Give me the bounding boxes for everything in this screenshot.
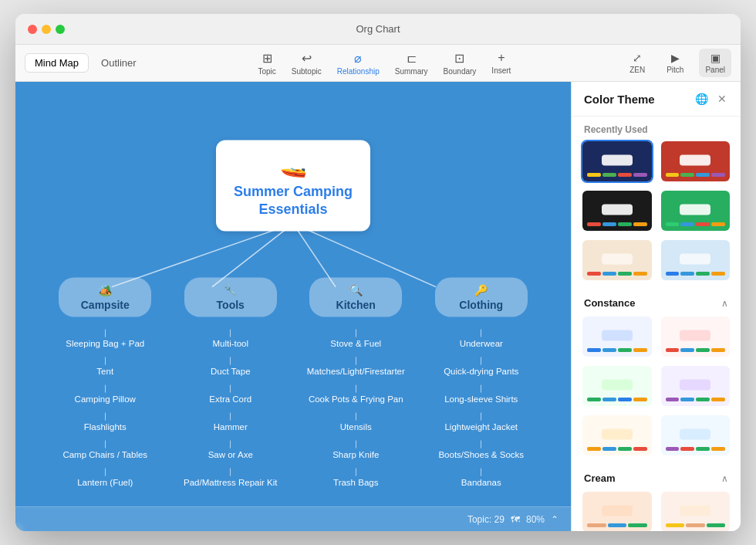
panel-icon: ▣: [710, 52, 721, 64]
app-window: Org Chart Mind Map Outliner ⊞ Topic ↩ Su…: [15, 14, 741, 531]
tab-outliner[interactable]: Outliner: [92, 53, 146, 73]
theme-navy[interactable]: [581, 140, 653, 183]
clothing-node[interactable]: 🔑 Clothing: [435, 277, 528, 317]
zoom-level: 80%: [526, 514, 545, 525]
list-item: Saw or Axe: [208, 440, 253, 459]
theme-blue-light[interactable]: [660, 239, 732, 282]
clothing-items: Underwear Quick-drying Pants Long-sleeve…: [438, 329, 524, 486]
subtopic-icon: ↩: [302, 51, 312, 66]
tab-mindmap[interactable]: Mind Map: [25, 53, 89, 73]
theme-preview: [582, 191, 652, 231]
list-item: Duct Tape: [211, 357, 251, 375]
map-icon: 🗺: [511, 514, 520, 525]
theme-preview: [661, 366, 731, 406]
list-item: Lightweight Jacket: [444, 412, 518, 431]
central-node[interactable]: 🚤 Summer Camping Essentials: [216, 140, 370, 232]
list-item: Sharp Knife: [332, 440, 379, 459]
theme-preview: [661, 240, 731, 280]
tool-boundary[interactable]: ⊡ Boundary: [444, 51, 477, 76]
cream-grid: [572, 490, 741, 531]
constance-section-header: Constance ∧: [572, 291, 741, 315]
theme-preview: [661, 492, 731, 531]
theme-cream[interactable]: [581, 239, 653, 282]
theme-preview: [582, 317, 652, 357]
close-panel-icon[interactable]: ✕: [716, 91, 728, 107]
theme-preview: [582, 492, 652, 531]
campsite-icon: 🏕️: [99, 283, 112, 296]
tool-relationship[interactable]: ⌀ Relationship: [337, 51, 380, 76]
pitch-icon: ▶: [671, 52, 680, 64]
theme-constance-5[interactable]: [581, 414, 653, 457]
theme-preview: [582, 415, 652, 455]
cream-chevron[interactable]: ∧: [721, 473, 728, 484]
main-area: 🚤 Summer Camping Essentials: [15, 82, 741, 531]
list-item: Cook Pots & Frying Pan: [309, 384, 403, 403]
tool-insert[interactable]: + Insert: [491, 51, 511, 76]
globe-icon[interactable]: 🌐: [694, 91, 710, 107]
campsite-items: Sleeping Bag + Pad Tent Camping Pillow F…: [62, 329, 147, 486]
tools-node[interactable]: 🔧 Tools: [184, 277, 277, 317]
theme-black[interactable]: [581, 189, 653, 232]
constance-chevron[interactable]: ∧: [721, 298, 728, 309]
panel-header-icons: 🌐 ✕: [694, 91, 728, 107]
mode-pitch[interactable]: ▶ Pitch: [660, 49, 690, 77]
theme-constance-6[interactable]: [660, 414, 732, 457]
theme-preview: [661, 415, 731, 455]
clothing-icon: 🔑: [474, 283, 488, 296]
theme-constance-1[interactable]: [581, 315, 653, 358]
list-item: Trash Bags: [333, 468, 378, 486]
branch-campsite: 🏕️ Campsite Sleeping Bag + Pad Tent Camp…: [51, 277, 159, 486]
list-item: Extra Cord: [209, 384, 251, 403]
toolbar-tools: ⊞ Topic ↩ Subtopic ⌀ Relationship ⊏ Summ…: [152, 51, 618, 76]
toolbar-modes: ⤢ ZEN ▶ Pitch ▣ Panel: [623, 49, 731, 77]
mode-zen[interactable]: ⤢ ZEN: [623, 49, 651, 77]
maximize-button[interactable]: [56, 25, 65, 34]
kitchen-node[interactable]: 🔍 Kitchen: [309, 277, 402, 317]
boundary-icon: ⊡: [454, 51, 464, 66]
theme-cream-2[interactable]: [660, 490, 732, 531]
theme-green[interactable]: [660, 189, 732, 232]
close-button[interactable]: [28, 25, 37, 34]
branch-tools: 🔧 Tools Multi-tool Duct Tape Extra Cord …: [177, 277, 285, 486]
tools-icon: 🔧: [224, 283, 237, 296]
theme-constance-3[interactable]: [581, 364, 653, 408]
tool-topic[interactable]: ⊞ Topic: [258, 51, 275, 76]
theme-constance-2[interactable]: [660, 315, 732, 358]
zoom-adjust-icon[interactable]: ⌃: [551, 514, 559, 525]
topic-icon: ⊞: [262, 51, 272, 66]
campsite-node[interactable]: 🏕️ Campsite: [59, 277, 151, 317]
tools-items: Multi-tool Duct Tape Extra Cord Hammer S…: [184, 329, 277, 486]
theme-preview: [582, 366, 652, 406]
minimize-button[interactable]: [42, 25, 51, 34]
traffic-lights: [28, 25, 65, 34]
central-icon: 🚤: [231, 153, 355, 178]
tool-summary[interactable]: ⊏ Summary: [395, 51, 428, 76]
cream-section-header: Cream ∧: [572, 466, 741, 490]
recently-used-grid: [572, 140, 741, 291]
list-item: Flashlights: [84, 412, 127, 431]
list-item: Camp Chairs / Tables: [62, 440, 147, 459]
constance-grid: [572, 315, 741, 466]
titlebar: Org Chart: [15, 14, 741, 45]
list-item: Matches/Light/Firestarter: [307, 357, 405, 375]
toolbar-tabs: Mind Map Outliner: [25, 53, 146, 73]
tool-subtopic[interactable]: ↩ Subtopic: [292, 51, 322, 76]
theme-preview: [661, 317, 731, 357]
canvas[interactable]: 🚤 Summer Camping Essentials: [15, 82, 571, 531]
mode-panel[interactable]: ▣ Panel: [699, 49, 731, 77]
theme-preview: [582, 240, 652, 280]
branches-row: 🏕️ Campsite Sleeping Bag + Pad Tent Camp…: [42, 277, 544, 486]
theme-cream-1[interactable]: [581, 490, 653, 531]
theme-constance-4[interactable]: [660, 364, 732, 408]
mindmap: 🚤 Summer Camping Essentials: [42, 140, 544, 487]
list-item: Underwear: [460, 329, 503, 347]
list-item: Sleeping Bag + Pad: [66, 329, 144, 347]
toolbar: Mind Map Outliner ⊞ Topic ↩ Subtopic ⌀ R…: [15, 45, 741, 82]
zen-icon: ⤢: [633, 52, 642, 64]
theme-preview: [582, 141, 652, 181]
list-item: Bandanas: [461, 468, 501, 486]
theme-red[interactable]: [660, 140, 732, 183]
list-item: Tent: [96, 357, 113, 375]
branch-clothing: 🔑 Clothing Underwear Quick-drying Pants …: [427, 277, 535, 486]
list-item: Utensils: [340, 412, 372, 431]
